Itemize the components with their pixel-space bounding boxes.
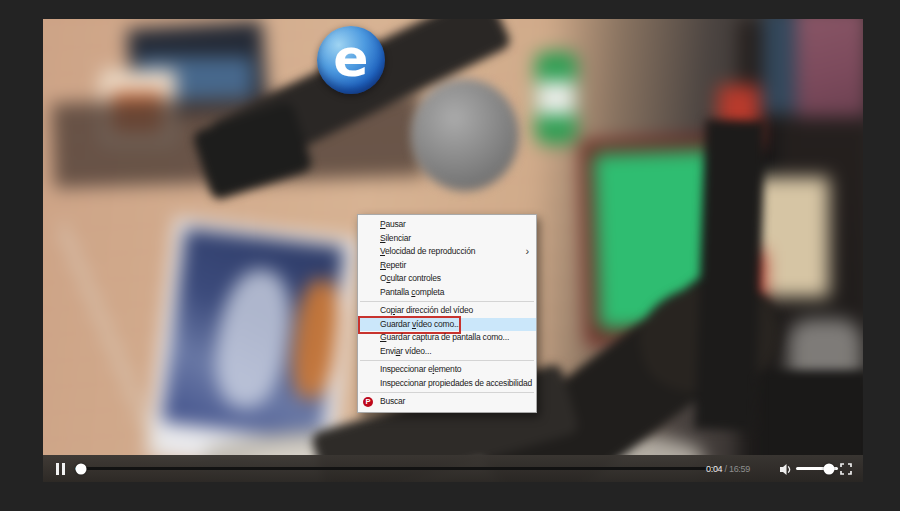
video-controls-bar: 0:04 / 16:59 — [43, 455, 863, 482]
menu-item-copiar-direccion-del-video[interactable]: Copiar dirección del vídeo — [358, 304, 536, 318]
fullscreen-button[interactable] — [840, 463, 852, 475]
video-frame[interactable]: e 0:04 / 16:59 — [43, 19, 863, 482]
volume-slider[interactable] — [796, 467, 838, 470]
menu-item-label: Repetir — [380, 260, 406, 270]
context-menu: PausarSilenciarVelocidad de reproducción… — [357, 214, 537, 413]
time-separator: / — [722, 464, 729, 474]
volume-thumb[interactable] — [823, 463, 834, 474]
menu-item-label: Silenciar — [380, 233, 411, 243]
menu-item-velocidad-de-reproduccion[interactable]: Velocidad de reproducción› — [358, 245, 536, 259]
menu-item-silenciar[interactable]: Silenciar — [358, 232, 536, 246]
menu-item-repetir[interactable]: Repetir — [358, 259, 536, 273]
menu-item-inspeccionar-propiedades-de-accesibilidad[interactable]: Inspeccionar propiedades de accesibilida… — [358, 377, 536, 391]
camera-arm-vertical-segment — [695, 119, 766, 431]
time-current: 0:04 — [706, 464, 722, 474]
player-window: e 0:04 / 16:59 — [0, 0, 900, 511]
menu-item-label: Inspeccionar propiedades de accesibilida… — [380, 378, 532, 388]
pause-button[interactable] — [55, 463, 67, 475]
menu-item-label: Guardar vídeo como... — [380, 319, 460, 329]
menu-item-inspeccionar-elemento[interactable]: Inspeccionar elemento — [358, 363, 536, 377]
menu-item-label: Copiar dirección del vídeo — [380, 305, 473, 315]
menu-item-label: Enviar vídeo... — [380, 346, 431, 356]
menu-separator — [360, 301, 534, 302]
menu-separator — [360, 360, 534, 361]
time-duration: 16:59 — [729, 464, 750, 474]
progress-thumb[interactable] — [76, 463, 87, 474]
menu-item-label: Pausar — [380, 219, 406, 229]
e-logo: e — [317, 26, 385, 94]
e-logo-letter: e — [333, 32, 368, 84]
menu-item-label: Velocidad de reproducción — [380, 246, 475, 256]
menu-item-label: Ocultar controles — [380, 273, 441, 283]
menu-item-buscar[interactable]: PBuscar — [358, 395, 536, 409]
volume-icon[interactable] — [779, 462, 794, 475]
pinterest-icon: P — [363, 397, 373, 407]
time-display: 0:04 / 16:59 — [706, 464, 750, 474]
menu-item-ocultar-controles[interactable]: Ocultar controles — [358, 272, 536, 286]
menu-separator — [360, 392, 534, 393]
progress-bar[interactable] — [75, 467, 712, 470]
camera-arm-clamp — [191, 101, 313, 202]
menu-item-label: Pantalla completa — [380, 287, 444, 297]
menu-item-pausar[interactable]: Pausar — [358, 218, 536, 232]
menu-item-label: Buscar — [380, 396, 405, 406]
menu-item-label: Guardar captura de pantalla como... — [380, 332, 509, 342]
menu-item-label: Inspeccionar elemento — [380, 364, 461, 374]
submenu-arrow-icon: › — [526, 245, 529, 259]
camera-arm-knob — [411, 79, 519, 191]
menu-item-pantalla-completa[interactable]: Pantalla completa — [358, 286, 536, 300]
menu-item-guardar-video-como[interactable]: Guardar vídeo como... — [358, 318, 536, 332]
menu-item-guardar-captura-de-pantalla-como[interactable]: Guardar captura de pantalla como... — [358, 331, 536, 345]
menu-item-enviar-video[interactable]: Enviar vídeo... — [358, 345, 536, 359]
